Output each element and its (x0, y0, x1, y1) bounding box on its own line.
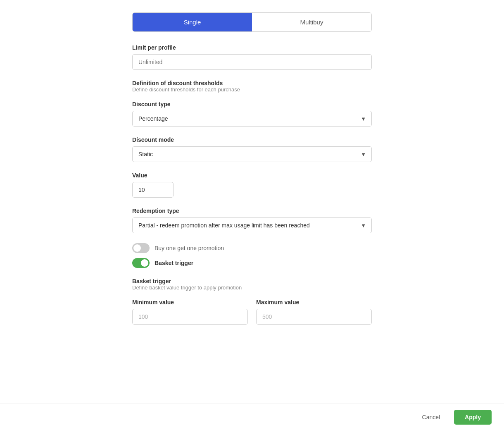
discount-type-group: Discount type Percentage Fixed Amount Fr… (132, 101, 372, 127)
basket-trigger-subtitle: Define basket value trigger to apply pro… (132, 284, 372, 291)
basket-trigger-label: Basket trigger (155, 260, 193, 266)
min-max-row: Minimum value Maximum value (132, 299, 372, 334)
value-field-group: Value (132, 172, 372, 198)
apply-button[interactable]: Apply (454, 410, 492, 425)
limit-per-profile-group: Limit per profile (132, 44, 372, 70)
basket-trigger-slider (132, 258, 150, 268)
maximum-value-label: Maximum value (256, 299, 372, 306)
basket-trigger-toggle[interactable] (132, 258, 150, 268)
basket-trigger-toggle-row: Basket trigger (132, 258, 372, 268)
maximum-value-group: Maximum value (256, 299, 372, 325)
content-area: Single Multibuy Limit per profile Defini… (0, 0, 504, 347)
redemption-type-label: Redemption type (132, 208, 372, 214)
discount-type-wrapper: Percentage Fixed Amount Free Shipping ▼ (132, 111, 372, 127)
discount-type-label: Discount type (132, 101, 372, 108)
page-container: Single Multibuy Limit per profile Defini… (0, 0, 504, 430)
cancel-button[interactable]: Cancel (413, 410, 449, 425)
redemption-type-wrapper: Partial - redeem promotion after max usa… (132, 217, 372, 233)
value-label: Value (132, 172, 372, 179)
bogo-toggle[interactable] (132, 243, 150, 253)
redemption-type-group: Redemption type Partial - redeem promoti… (132, 208, 372, 233)
definition-subtitle: Define discount thresholds for each purc… (132, 86, 372, 93)
maximum-value-input[interactable] (256, 309, 372, 325)
redemption-type-select[interactable]: Partial - redeem promotion after max usa… (132, 217, 372, 233)
basket-trigger-title: Basket trigger (132, 278, 372, 284)
limit-per-profile-label: Limit per profile (132, 44, 372, 51)
tab-group: Single Multibuy (132, 12, 372, 32)
tab-multibuy[interactable]: Multibuy (252, 13, 371, 31)
discount-mode-select[interactable]: Static Dynamic (132, 146, 372, 162)
discount-type-select[interactable]: Percentage Fixed Amount Free Shipping (132, 111, 372, 127)
discount-mode-label: Discount mode (132, 136, 372, 143)
discount-mode-wrapper: Static Dynamic ▼ (132, 146, 372, 162)
form-wrapper: Single Multibuy Limit per profile Defini… (132, 12, 372, 334)
bottom-bar: Cancel Apply (0, 404, 504, 430)
minimum-value-group: Minimum value (132, 299, 248, 325)
definition-title: Definition of discount thresholds (132, 80, 372, 86)
toggle-group: Buy one get one promotion Basket trigger (132, 243, 372, 268)
value-input[interactable] (132, 182, 174, 198)
bogo-label: Buy one get one promotion (155, 245, 224, 251)
minimum-value-label: Minimum value (132, 299, 248, 306)
tab-single[interactable]: Single (133, 13, 252, 31)
minimum-value-input[interactable] (132, 309, 248, 325)
basket-trigger-section: Basket trigger Define basket value trigg… (132, 278, 372, 291)
bogo-toggle-row: Buy one get one promotion (132, 243, 372, 253)
limit-per-profile-input[interactable] (132, 54, 372, 70)
definition-section: Definition of discount thresholds Define… (132, 80, 372, 93)
bogo-slider (132, 243, 150, 253)
discount-mode-group: Discount mode Static Dynamic ▼ (132, 136, 372, 162)
